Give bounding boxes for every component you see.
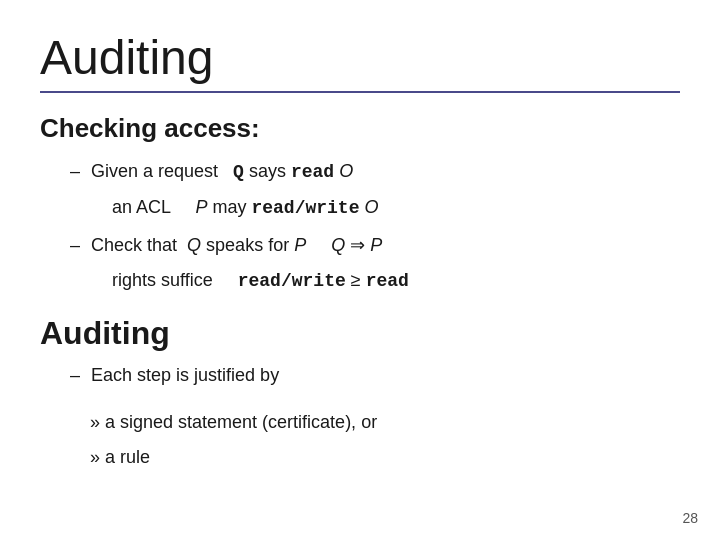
slide-container: Auditing Checking access: – Given a requ… (0, 0, 720, 540)
bullet2-readwrite2: read/write (238, 271, 346, 291)
page-number: 28 (682, 510, 698, 526)
section2-bullets: – Each step is justified by (70, 362, 680, 389)
bullet2-check: Check that (91, 235, 187, 255)
bullet2-read2: read (366, 271, 409, 291)
bullet1-p: P (195, 197, 207, 217)
section2-heading: Auditing (40, 315, 680, 352)
bullet2-p2: P (370, 235, 382, 255)
sub-bullet-1: » a signed statement (certificate), or (90, 409, 680, 436)
bullet2-q2: Q (331, 235, 345, 255)
bullet1-readwrite: read/write (251, 198, 359, 218)
dash-2: – (70, 235, 80, 255)
bullet1-o2: O (359, 197, 378, 217)
section2: Auditing – Each step is justified by » a… (40, 315, 680, 471)
bullet2-arrow: ⇒ (345, 235, 370, 255)
bullet2-p: P (294, 235, 306, 255)
bullet2-line2: rights suffice read/write ≥ read (112, 267, 680, 295)
section1-heading: Checking access: (40, 113, 680, 144)
bullet-item-2: – Check that Q speaks for P Q ⇒ P (70, 232, 680, 259)
bullet1-may: may (207, 197, 251, 217)
bullet1-line1-text: Given a request (91, 161, 233, 181)
dash-3: – (70, 365, 80, 385)
sub-bullet-2: » a rule (90, 444, 680, 471)
title-divider (40, 91, 680, 93)
slide-title: Auditing (40, 30, 680, 85)
bullet2-geq: ≥ (346, 270, 366, 290)
bullet1-line1-o: O (334, 161, 353, 181)
bullet1-acl-text: an ACL (112, 197, 195, 217)
section2-bullet: – Each step is justified by (70, 362, 680, 389)
section1: Checking access: – Given a request Q say… (40, 113, 680, 295)
section1-bullets: – Given a request Q says read O an ACL P… (70, 158, 680, 295)
bullet2-rights: rights suffice (112, 270, 238, 290)
sub-bullets: » a signed statement (certificate), or »… (40, 409, 680, 471)
bullet1-line1-read: read (291, 162, 334, 182)
dash-1: – (70, 161, 80, 181)
bullet1-line1-says: says (244, 161, 291, 181)
bullet1-line2: an ACL P may read/write O (112, 194, 680, 222)
section2-bullet-text: Each step is justified by (91, 365, 279, 385)
bullet2-q: Q (187, 235, 201, 255)
bullet2-spacing (306, 235, 331, 255)
bullet1-line1-mono: Q (233, 162, 244, 182)
bullet-item-1: – Given a request Q says read O (70, 158, 680, 186)
bullet2-speaks: speaks for (201, 235, 294, 255)
